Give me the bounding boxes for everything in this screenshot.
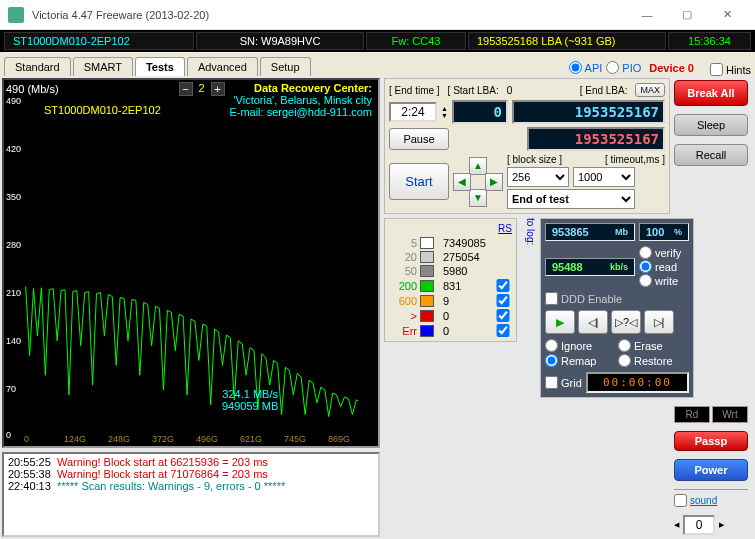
lat-600-count: 9 — [443, 295, 491, 307]
lat-600-check[interactable] — [494, 294, 512, 307]
ddd-checkbox[interactable]: DDD Enable — [545, 292, 689, 305]
sleep-button[interactable]: Sleep — [674, 114, 748, 136]
to-log-label: to log: — [525, 218, 536, 245]
window-title: Victoria 4.47 Freeware (2013-02-20) — [32, 9, 627, 21]
arrow-left[interactable]: ◀ — [453, 173, 471, 191]
lat-gt-count: 0 — [443, 310, 491, 322]
step-back-button[interactable]: ◁| — [578, 310, 608, 334]
recall-button[interactable]: Recall — [674, 144, 748, 166]
lat-200-check[interactable] — [494, 279, 512, 292]
main-tabs: Standard SMART Tests Advanced Setup API … — [0, 52, 755, 76]
random-button[interactable]: ▷?◁ — [611, 310, 641, 334]
hints-label: Hints — [726, 64, 751, 76]
remap-radio[interactable]: Remap — [545, 354, 616, 367]
timer-up[interactable]: ▲ — [441, 105, 448, 112]
lat-20-count: 275054 — [443, 251, 491, 263]
start-lba-field[interactable]: 0 — [452, 100, 508, 124]
lat-err-check[interactable] — [494, 324, 512, 337]
sound-value[interactable] — [683, 515, 715, 535]
nav-arrows: ▲ ▼ ◀ ▶ — [453, 157, 503, 207]
maximize-button[interactable]: ▢ — [667, 2, 707, 28]
drive-serial: SN: W9A89HVC — [196, 32, 364, 50]
close-button[interactable]: ✕ — [707, 2, 747, 28]
lat-50-count: 5980 — [443, 265, 491, 277]
device-info-bar: ST1000DM010-2EP102 SN: W9A89HVC Fw: CC43… — [0, 30, 755, 52]
percent-done: 100 — [646, 226, 664, 238]
lat-5-icon — [420, 237, 434, 249]
ignore-radio[interactable]: Ignore — [545, 339, 616, 352]
lat-200-icon — [420, 280, 434, 292]
end-lba-field[interactable]: 1953525167 — [512, 100, 665, 124]
speed-readout: 324.1 MB/s 949059 MB — [222, 388, 278, 412]
tab-advanced[interactable]: Advanced — [187, 57, 258, 76]
blocksize-select[interactable]: 256 — [507, 167, 569, 187]
lat-20-icon — [420, 251, 434, 263]
timer-down[interactable]: ▼ — [441, 112, 448, 119]
lat-200-count: 831 — [443, 280, 491, 292]
api-radio[interactable]: API — [569, 61, 603, 74]
log-panel[interactable]: 20:55:25 Warning! Block start at 6621593… — [2, 452, 380, 537]
end-lba-label: [ End LBA: — [580, 85, 628, 96]
lba-panel: [ End time ] [ Start LBA: 0 [ End LBA: M… — [384, 78, 670, 214]
arrow-down[interactable]: ▼ — [469, 189, 487, 207]
break-all-button[interactable]: Break All — [674, 80, 748, 106]
current-speed: 95488 — [552, 261, 583, 273]
drive-firmware: Fw: CC43 — [366, 32, 466, 50]
position-field: 1953525167 — [527, 127, 665, 151]
passp-button[interactable]: Passp — [674, 431, 748, 451]
step-fwd-button[interactable]: ▷| — [644, 310, 674, 334]
tab-setup[interactable]: Setup — [260, 57, 311, 76]
window-titlebar: Victoria 4.47 Freeware (2013-02-20) — ▢ … — [0, 0, 755, 30]
tab-standard[interactable]: Standard — [4, 57, 71, 76]
drive-capacity: 1953525168 LBA (~931 GB) — [468, 32, 666, 50]
rs-link[interactable]: RS — [389, 223, 512, 234]
lat-gt-check[interactable] — [494, 309, 512, 322]
sound-label[interactable]: sound — [690, 495, 717, 506]
lat-5-count: 7349085 — [443, 237, 491, 249]
start-button[interactable]: Start — [389, 163, 449, 200]
minimize-button[interactable]: — — [627, 2, 667, 28]
clock: 15:36:34 — [668, 32, 751, 50]
drive-model: ST1000DM010-2EP102 — [4, 32, 194, 50]
device-label: Device 0 — [649, 62, 694, 74]
end-of-test-select[interactable]: End of test — [507, 189, 635, 209]
chart-svg — [4, 80, 378, 439]
processed-mb: 953865 — [552, 226, 589, 238]
power-button[interactable]: Power — [674, 459, 748, 481]
pio-radio[interactable]: PIO — [606, 61, 641, 74]
lat-gt-icon — [420, 310, 434, 322]
speed-graph: 490 (Mb/s) − 2 + Data Recovery Center: '… — [2, 78, 380, 448]
timer-input[interactable] — [389, 102, 437, 122]
arrow-right[interactable]: ▶ — [485, 173, 503, 191]
hints-checkbox[interactable] — [710, 63, 723, 76]
lat-50-icon — [420, 265, 434, 277]
lat-600-icon — [420, 295, 434, 307]
lat-err-count: 0 — [443, 325, 491, 337]
tab-smart[interactable]: SMART — [73, 57, 133, 76]
rd-wrt-indicator: RdWrt — [674, 406, 748, 423]
end-time-label: [ End time ] — [389, 85, 440, 96]
max-button[interactable]: MAX — [635, 83, 665, 97]
tab-tests[interactable]: Tests — [135, 57, 185, 76]
start-lba-label: [ Start LBA: — [448, 85, 499, 96]
stats-panel: 953865Mb 100% 95488kb/s verify read writ… — [540, 218, 694, 398]
play-button[interactable]: ▶ — [545, 310, 575, 334]
latency-panel: RS 57349085 20275054 505980 200831 6009 … — [384, 218, 517, 342]
app-icon — [8, 7, 24, 23]
sound-checkbox[interactable] — [674, 494, 687, 507]
timeout-select[interactable]: 1000 — [573, 167, 635, 187]
lat-err-icon — [420, 325, 434, 337]
pause-button[interactable]: Pause — [389, 128, 449, 150]
grid-checkbox[interactable]: Grid — [545, 376, 582, 389]
